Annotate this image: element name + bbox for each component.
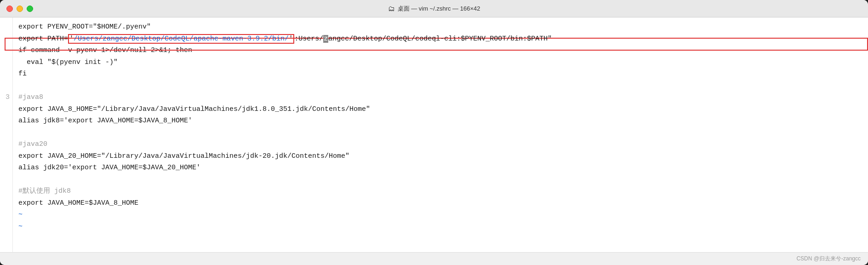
titlebar: 🗂 桌面 — vim ~/.zshrc — 166×42 — [0, 0, 868, 17]
code-content[interactable]: export PYENV_ROOT="$HOME/.pyenv" export … — [13, 17, 868, 252]
code-line-12: export JAVA_20_HOME="/Library/Java/JavaV… — [18, 150, 862, 162]
editor-area[interactable]: 3 export PYENV_ROOT="$HOME/.pyenv" expor… — [0, 17, 868, 252]
line-num — [5, 174, 10, 186]
code-line-9: alias jdk8='export JAVA_HOME=$JAVA_8_HOM… — [18, 115, 862, 127]
code-line-10 — [18, 127, 862, 139]
line-num — [5, 115, 10, 127]
line-text: export JAVA_HOME=$JAVA_8_HOME — [18, 197, 138, 209]
main-window: 🗂 桌面 — vim ~/.zshrc — 166×42 3 — [0, 0, 868, 265]
line-text — [18, 80, 23, 92]
line-num — [5, 104, 10, 115]
line-text: if command -v pyenv 1>/dev/null 2>&1; th… — [18, 45, 192, 57]
code-line-6 — [18, 80, 862, 92]
line-numbers: 3 — [0, 17, 13, 252]
line-num — [5, 127, 10, 139]
code-line-14 — [18, 174, 862, 186]
line-num — [5, 21, 10, 33]
line-text: ~ — [18, 221, 23, 233]
line-text: export JAVA_20_HOME="/Library/Java/JavaV… — [18, 150, 349, 162]
code-line-3: if command -v pyenv 1>/dev/null 2>&1; th… — [18, 45, 862, 57]
line-text: export JAVA_8_HOME="/Library/Java/JavaVi… — [18, 104, 370, 115]
line-num — [5, 185, 10, 197]
line-text: alias jdk20='export JAVA_HOME=$JAVA_20_H… — [18, 162, 200, 174]
code-line-2: export PATH='/Users/zangcc/Desktop/CodeQ… — [18, 33, 862, 45]
line-num — [5, 33, 10, 45]
window-title: 🗂 桌面 — vim ~/.zshrc — 166×42 — [388, 5, 480, 13]
line-num — [5, 209, 10, 221]
close-button[interactable] — [6, 6, 13, 12]
line-text: export PYENV_ROOT="$HOME/.pyenv" — [18, 21, 151, 33]
line-num — [5, 80, 10, 92]
line-num — [5, 45, 10, 57]
code-line-18: ~ — [18, 221, 862, 233]
code-line-16: export JAVA_HOME=$JAVA_8_HOME — [18, 197, 862, 209]
title-text: 桌面 — vim ~/.zshrc — 166×42 — [398, 5, 480, 13]
code-line-8: export JAVA_8_HOME="/Library/Java/JavaVi… — [18, 104, 862, 115]
code-line-5: fi — [18, 68, 862, 80]
line-num — [5, 150, 10, 162]
line-text: eval "$(pyenv init -)" — [18, 57, 118, 69]
line-text: ~ — [18, 209, 23, 221]
maximize-button[interactable] — [27, 6, 33, 12]
traffic-lights — [6, 6, 33, 12]
line-text: #默认使用 jdk8 — [18, 185, 71, 197]
code-line-17: ~ — [18, 209, 862, 221]
line-text — [18, 127, 23, 139]
line-num — [5, 68, 10, 80]
line-text: export PATH='/Users/zangcc/Desktop/CodeQ… — [18, 33, 552, 45]
code-line-15: #默认使用 jdk8 — [18, 185, 862, 197]
code-line-7: #java8 — [18, 92, 862, 104]
line-num: 3 — [5, 92, 10, 104]
code-line-1: export PYENV_ROOT="$HOME/.pyenv" — [18, 21, 862, 33]
line-text: #java20 — [18, 138, 47, 150]
line-text: #java8 — [18, 92, 43, 104]
line-num — [5, 221, 10, 233]
line-text: fi — [18, 68, 27, 80]
code-line-4: eval "$(pyenv init -)" — [18, 57, 862, 69]
watermark-text: CSDN @归去来兮-zangcc — [796, 255, 861, 263]
line-num — [5, 57, 10, 69]
minimize-button[interactable] — [17, 6, 23, 12]
code-line-13: alias jdk20='export JAVA_HOME=$JAVA_20_H… — [18, 162, 862, 174]
line-num — [5, 138, 10, 150]
line-num — [5, 197, 10, 209]
line-text — [18, 174, 23, 186]
code-line-11: #java20 — [18, 138, 862, 150]
line-num — [5, 162, 10, 174]
bottom-bar: CSDN @归去来兮-zangcc — [0, 252, 868, 265]
folder-icon: 🗂 — [388, 5, 395, 12]
line-text: alias jdk8='export JAVA_HOME=$JAVA_8_HOM… — [18, 115, 192, 127]
